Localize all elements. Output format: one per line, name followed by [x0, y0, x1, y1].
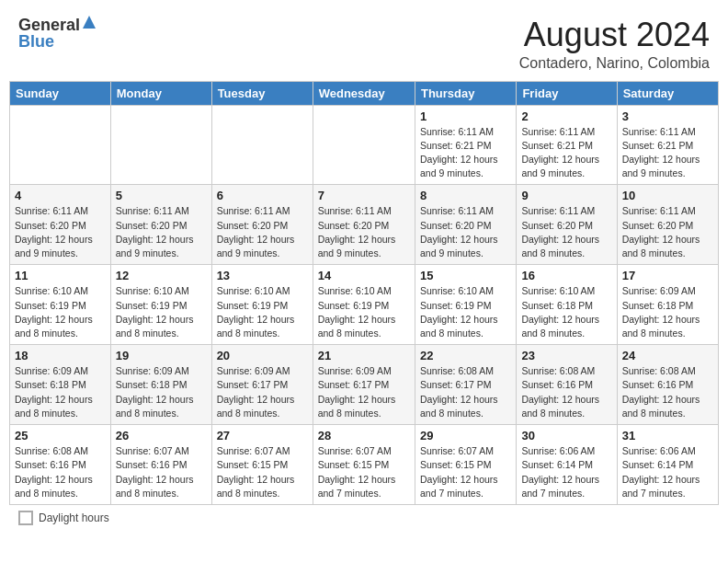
- legend: Daylight hours: [9, 505, 719, 527]
- day-number: 23: [521, 349, 611, 362]
- calendar-header-thursday: Thursday: [415, 81, 516, 105]
- calendar-cell: [10, 105, 111, 185]
- logo: General Blue: [18, 17, 96, 50]
- calendar-cell: [313, 105, 415, 185]
- calendar-cell: 21Sunrise: 6:09 AM Sunset: 6:17 PM Dayli…: [313, 345, 415, 425]
- calendar-cell: 13Sunrise: 6:10 AM Sunset: 6:19 PM Dayli…: [211, 265, 313, 345]
- calendar-header-monday: Monday: [110, 81, 211, 105]
- calendar-cell: 23Sunrise: 6:08 AM Sunset: 6:16 PM Dayli…: [517, 345, 617, 425]
- calendar-cell: 7Sunrise: 6:11 AM Sunset: 6:20 PM Daylig…: [313, 185, 415, 265]
- day-info: Sunrise: 6:06 AM Sunset: 6:14 PM Dayligh…: [622, 444, 713, 500]
- calendar-cell: 26Sunrise: 6:07 AM Sunset: 6:16 PM Dayli…: [110, 425, 211, 505]
- day-info: Sunrise: 6:11 AM Sunset: 6:20 PM Dayligh…: [116, 204, 207, 260]
- day-number: 29: [420, 429, 511, 442]
- day-info: Sunrise: 6:09 AM Sunset: 6:18 PM Dayligh…: [116, 364, 207, 420]
- calendar-cell: 28Sunrise: 6:07 AM Sunset: 6:15 PM Dayli…: [313, 425, 415, 505]
- logo-general: General: [18, 17, 80, 33]
- day-number: 1: [420, 109, 511, 123]
- calendar-header-friday: Friday: [517, 81, 617, 105]
- calendar-week-row: 1Sunrise: 6:11 AM Sunset: 6:21 PM Daylig…: [10, 105, 719, 185]
- calendar-header-wednesday: Wednesday: [313, 81, 415, 105]
- day-info: Sunrise: 6:10 AM Sunset: 6:19 PM Dayligh…: [15, 284, 106, 340]
- calendar-week-row: 11Sunrise: 6:10 AM Sunset: 6:19 PM Dayli…: [10, 265, 719, 345]
- day-number: 2: [521, 109, 611, 123]
- calendar-week-row: 18Sunrise: 6:09 AM Sunset: 6:18 PM Dayli…: [10, 345, 719, 425]
- calendar-cell: 11Sunrise: 6:10 AM Sunset: 6:19 PM Dayli…: [10, 265, 111, 345]
- calendar-week-row: 25Sunrise: 6:08 AM Sunset: 6:16 PM Dayli…: [10, 425, 719, 505]
- legend-box: [18, 511, 33, 525]
- day-info: Sunrise: 6:11 AM Sunset: 6:20 PM Dayligh…: [217, 204, 308, 260]
- calendar-cell: 29Sunrise: 6:07 AM Sunset: 6:15 PM Dayli…: [415, 425, 516, 505]
- day-info: Sunrise: 6:09 AM Sunset: 6:17 PM Dayligh…: [318, 364, 410, 420]
- day-number: 20: [217, 349, 308, 362]
- calendar-cell: 4Sunrise: 6:11 AM Sunset: 6:20 PM Daylig…: [10, 185, 111, 265]
- day-info: Sunrise: 6:11 AM Sunset: 6:20 PM Dayligh…: [318, 204, 410, 260]
- calendar-cell: 20Sunrise: 6:09 AM Sunset: 6:17 PM Dayli…: [211, 345, 313, 425]
- day-number: 4: [15, 189, 106, 202]
- calendar-header-saturday: Saturday: [617, 81, 718, 105]
- day-number: 21: [318, 349, 410, 362]
- calendar-cell: 2Sunrise: 6:11 AM Sunset: 6:21 PM Daylig…: [517, 105, 617, 185]
- day-number: 26: [116, 429, 207, 442]
- day-number: 3: [622, 109, 713, 123]
- page-header: General Blue August 2024 Contadero, Nari…: [9, 9, 719, 75]
- calendar-cell: 17Sunrise: 6:09 AM Sunset: 6:18 PM Dayli…: [617, 265, 718, 345]
- day-info: Sunrise: 6:10 AM Sunset: 6:19 PM Dayligh…: [318, 284, 410, 340]
- calendar-cell: 18Sunrise: 6:09 AM Sunset: 6:18 PM Dayli…: [10, 345, 111, 425]
- calendar-cell: 30Sunrise: 6:06 AM Sunset: 6:14 PM Dayli…: [517, 425, 617, 505]
- day-number: 11: [15, 269, 106, 282]
- calendar-cell: 27Sunrise: 6:07 AM Sunset: 6:15 PM Dayli…: [211, 425, 313, 505]
- calendar-cell: 10Sunrise: 6:11 AM Sunset: 6:20 PM Dayli…: [617, 185, 718, 265]
- day-info: Sunrise: 6:11 AM Sunset: 6:20 PM Dayligh…: [15, 204, 106, 260]
- day-info: Sunrise: 6:10 AM Sunset: 6:19 PM Dayligh…: [217, 284, 308, 340]
- calendar-cell: 25Sunrise: 6:08 AM Sunset: 6:16 PM Dayli…: [10, 425, 111, 505]
- calendar-cell: 16Sunrise: 6:10 AM Sunset: 6:18 PM Dayli…: [517, 265, 617, 345]
- day-info: Sunrise: 6:08 AM Sunset: 6:16 PM Dayligh…: [521, 364, 611, 420]
- day-number: 8: [420, 189, 511, 202]
- calendar-cell: 8Sunrise: 6:11 AM Sunset: 6:20 PM Daylig…: [415, 185, 516, 265]
- logo-triangle-icon: [83, 16, 96, 32]
- day-number: 15: [420, 269, 511, 282]
- day-number: 6: [217, 189, 308, 202]
- day-number: 28: [318, 429, 410, 442]
- day-number: 18: [15, 349, 106, 362]
- day-info: Sunrise: 6:06 AM Sunset: 6:14 PM Dayligh…: [521, 444, 611, 500]
- calendar-cell: 31Sunrise: 6:06 AM Sunset: 6:14 PM Dayli…: [617, 425, 718, 505]
- day-number: 24: [622, 349, 713, 362]
- logo-blue: Blue: [18, 33, 54, 50]
- legend-label: Daylight hours: [39, 511, 109, 524]
- title-area: August 2024 Contadero, Narino, Colombia: [519, 17, 710, 72]
- calendar-cell: 1Sunrise: 6:11 AM Sunset: 6:21 PM Daylig…: [415, 105, 516, 185]
- calendar-cell: 15Sunrise: 6:10 AM Sunset: 6:19 PM Dayli…: [415, 265, 516, 345]
- calendar-cell: 12Sunrise: 6:10 AM Sunset: 6:19 PM Dayli…: [110, 265, 211, 345]
- calendar-cell: 9Sunrise: 6:11 AM Sunset: 6:20 PM Daylig…: [517, 185, 617, 265]
- calendar-cell: [110, 105, 211, 185]
- day-number: 14: [318, 269, 410, 282]
- calendar-cell: 3Sunrise: 6:11 AM Sunset: 6:21 PM Daylig…: [617, 105, 718, 185]
- calendar-cell: 6Sunrise: 6:11 AM Sunset: 6:20 PM Daylig…: [211, 185, 313, 265]
- day-info: Sunrise: 6:11 AM Sunset: 6:20 PM Dayligh…: [622, 204, 713, 260]
- day-info: Sunrise: 6:08 AM Sunset: 6:16 PM Dayligh…: [622, 364, 713, 420]
- day-number: 7: [318, 189, 410, 202]
- location-title: Contadero, Narino, Colombia: [519, 55, 710, 72]
- calendar-cell: 19Sunrise: 6:09 AM Sunset: 6:18 PM Dayli…: [110, 345, 211, 425]
- calendar-header-tuesday: Tuesday: [211, 81, 313, 105]
- day-number: 9: [521, 189, 611, 202]
- calendar-cell: [211, 105, 313, 185]
- day-number: 12: [116, 269, 207, 282]
- day-number: 22: [420, 349, 511, 362]
- calendar-cell: 14Sunrise: 6:10 AM Sunset: 6:19 PM Dayli…: [313, 265, 415, 345]
- day-number: 13: [217, 269, 308, 282]
- month-title: August 2024: [519, 17, 710, 53]
- calendar-cell: 5Sunrise: 6:11 AM Sunset: 6:20 PM Daylig…: [110, 185, 211, 265]
- day-number: 17: [622, 269, 713, 282]
- day-number: 27: [217, 429, 308, 442]
- day-info: Sunrise: 6:10 AM Sunset: 6:18 PM Dayligh…: [521, 284, 611, 340]
- day-info: Sunrise: 6:10 AM Sunset: 6:19 PM Dayligh…: [116, 284, 207, 340]
- calendar-cell: 24Sunrise: 6:08 AM Sunset: 6:16 PM Dayli…: [617, 345, 718, 425]
- day-info: Sunrise: 6:07 AM Sunset: 6:16 PM Dayligh…: [116, 444, 207, 500]
- calendar-header-row: SundayMondayTuesdayWednesdayThursdayFrid…: [10, 81, 719, 105]
- day-info: Sunrise: 6:09 AM Sunset: 6:17 PM Dayligh…: [217, 364, 308, 420]
- day-info: Sunrise: 6:09 AM Sunset: 6:18 PM Dayligh…: [622, 284, 713, 340]
- day-info: Sunrise: 6:09 AM Sunset: 6:18 PM Dayligh…: [15, 364, 106, 420]
